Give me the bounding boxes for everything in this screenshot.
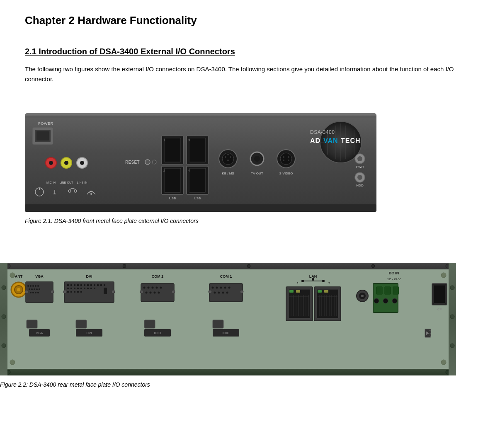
svg-rect-134 (70, 288, 72, 289)
svg-point-240 (10, 360, 15, 365)
svg-rect-127 (87, 284, 89, 286)
svg-text:AD: AD (310, 137, 320, 144)
rear-panel-image: ANT VGA (0, 263, 456, 375)
svg-point-190 (301, 280, 304, 282)
svg-text:MIC-IN: MIC-IN (46, 181, 56, 184)
chapter-title: Chapter 2 Hardware Functionality (25, 12, 458, 29)
svg-text:DC IN: DC IN (389, 271, 399, 275)
svg-point-109 (39, 288, 40, 290)
svg-point-161 (150, 292, 152, 294)
svg-rect-34 (164, 168, 181, 192)
svg-point-110 (30, 292, 32, 293)
svg-point-177 (218, 292, 220, 294)
svg-point-44 (230, 156, 231, 158)
svg-point-90 (450, 286, 454, 290)
svg-point-73 (357, 175, 362, 180)
svg-rect-131 (100, 284, 102, 286)
svg-text:POWER: POWER (38, 121, 53, 126)
svg-point-105 (29, 288, 30, 290)
svg-rect-194 (289, 289, 310, 318)
svg-point-160 (146, 292, 148, 294)
svg-point-25 (145, 160, 150, 165)
svg-text:4: 4 (188, 169, 190, 172)
svg-rect-223 (385, 287, 391, 294)
svg-rect-145 (77, 291, 79, 293)
svg-rect-121 (67, 284, 69, 286)
svg-text:3: 3 (188, 138, 190, 142)
svg-rect-3 (25, 204, 376, 212)
svg-rect-37 (189, 168, 206, 192)
svg-point-113 (37, 292, 39, 293)
svg-point-80 (247, 264, 250, 268)
svg-point-79 (123, 264, 126, 268)
svg-rect-124 (77, 284, 79, 286)
svg-text:2: 2 (163, 169, 165, 172)
svg-point-49 (254, 156, 260, 162)
svg-point-107 (34, 288, 35, 290)
svg-point-70 (357, 156, 362, 161)
svg-rect-129 (94, 284, 95, 286)
svg-rect-136 (77, 288, 79, 289)
svg-text:TECH: TECH (341, 137, 361, 144)
svg-text:LAN: LAN (309, 274, 317, 278)
svg-rect-140 (90, 288, 92, 289)
svg-point-176 (214, 292, 216, 294)
svg-point-171 (212, 287, 214, 289)
svg-text:12 - 24 V: 12 - 24 V (387, 277, 401, 281)
svg-point-172 (216, 287, 218, 289)
svg-rect-147 (104, 288, 107, 294)
svg-text:RESET: RESET (125, 160, 140, 165)
svg-point-97 (17, 288, 20, 291)
svg-rect-222 (376, 287, 382, 294)
svg-point-174 (224, 287, 226, 289)
svg-rect-130 (97, 284, 99, 286)
svg-rect-2 (25, 116, 376, 118)
svg-rect-152 (76, 320, 87, 328)
svg-point-55 (283, 160, 284, 161)
figure2-container: ANT VGA (0, 263, 483, 402)
svg-point-192 (312, 278, 314, 281)
svg-text:LINE-IN: LINE-IN (77, 181, 87, 184)
svg-point-241 (441, 273, 446, 278)
front-panel-image: POWER MIC-IN LINE-OUT (25, 113, 376, 212)
svg-point-81 (371, 264, 375, 268)
svg-rect-139 (87, 288, 89, 289)
svg-point-103 (35, 285, 36, 287)
svg-rect-207 (317, 289, 338, 318)
svg-point-149 (112, 290, 115, 293)
svg-rect-128 (90, 284, 92, 286)
svg-rect-168 (144, 320, 155, 328)
svg-point-114 (25, 290, 28, 293)
svg-rect-31 (189, 138, 206, 162)
svg-point-158 (156, 287, 158, 289)
svg-point-156 (148, 287, 150, 289)
svg-rect-118 (27, 320, 37, 328)
svg-text:VAN: VAN (323, 137, 338, 144)
svg-text:USB: USB (194, 196, 201, 200)
svg-point-101 (30, 285, 32, 287)
svg-text:2: 2 (328, 281, 330, 285)
svg-point-225 (374, 298, 379, 303)
svg-rect-209 (324, 290, 328, 293)
svg-point-102 (32, 285, 34, 287)
svg-rect-142 (67, 291, 69, 293)
svg-rect-85 (0, 263, 7, 375)
svg-point-23 (80, 161, 84, 165)
svg-point-181 (240, 290, 243, 293)
svg-rect-123 (74, 284, 75, 286)
svg-point-163 (158, 292, 160, 294)
svg-point-115 (51, 290, 54, 293)
svg-point-54 (288, 156, 289, 158)
svg-rect-143 (70, 291, 72, 293)
svg-rect-146 (80, 291, 82, 293)
svg-point-155 (143, 287, 146, 289)
svg-point-43 (225, 156, 226, 158)
svg-point-179 (226, 292, 228, 294)
svg-rect-132 (104, 284, 105, 286)
svg-rect-28 (164, 138, 181, 162)
svg-text:CF: CF (437, 308, 442, 311)
svg-point-26 (152, 160, 156, 164)
svg-point-173 (220, 287, 222, 289)
svg-text:HDD: HDD (356, 184, 364, 187)
figure1-container: POWER MIC-IN LINE-OUT (25, 113, 458, 238)
